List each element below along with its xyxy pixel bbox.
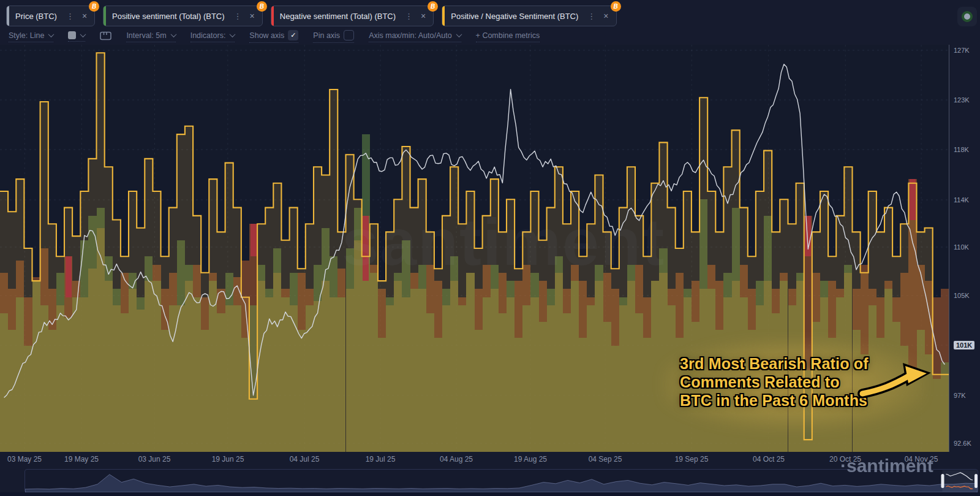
x-tick-label: 03 May 25 [7,455,42,464]
tab-accent-bar [271,6,274,26]
indicators-select[interactable]: Indicators: [190,31,235,42]
y-tick-label: 97K [954,392,966,399]
chart-toolbar: Style: Line Interval: 5m Indicators: Sho… [0,28,980,45]
tab-accent-bar [7,6,9,26]
tab-pos-neg-ratio[interactable]: Positive / Negative Sentiment (BTC)⋮×B [442,6,616,26]
x-tick-label: 04 Aug 25 [440,455,473,464]
tab-label: Positive / Negative Sentiment (BTC) [451,12,578,21]
color-swatch-select[interactable] [68,31,85,42]
y-tick-label: 105K [954,292,970,299]
x-tick-label: 04 Jul 25 [290,455,320,464]
price-y-axis: 127K123K118K114K110K105K101K97K92.6K [949,45,980,452]
x-tick-label: 19 Jun 25 [212,455,244,464]
tab-close-button[interactable]: × [420,11,427,21]
pin-axis-label: Pin axis [313,31,340,40]
axis-minmax-select[interactable]: Axis max/min: Auto/Auto [369,31,461,42]
x-tick-label: 04 Oct 25 [753,455,785,464]
tab-label: Price (BTC) [15,12,57,21]
status-indicator-button[interactable] [957,7,977,26]
tab-negative-sentiment[interactable]: Negative sentiment (Total) (BTC)⋮×B [271,6,434,26]
tab-menu-button[interactable]: ⋮ [586,12,597,21]
btc-badge-icon: B [89,1,99,12]
navigator-handle-right[interactable] [974,474,978,488]
current-price-badge: 101K [954,341,974,349]
pin-axis-toggle[interactable]: Pin axis [313,30,354,43]
tab-menu-button[interactable]: ⋮ [403,12,415,21]
navigator-handle-left[interactable] [941,474,944,488]
btc-badge-icon: B [428,1,438,12]
style-label: Style: Line [9,31,44,40]
tab-close-button[interactable]: × [249,11,256,21]
show-axis-checkbox[interactable]: ✓ [288,30,298,40]
pin-axis-checkbox[interactable] [344,30,354,40]
chevron-down-icon [456,31,462,37]
timeline-navigator[interactable] [24,469,978,493]
tab-close-button[interactable]: × [602,11,609,21]
y-tick-label: 123K [954,96,970,104]
x-tick-label: 19 Jul 25 [366,455,396,464]
x-tick-label: 19 Sep 25 [675,455,709,464]
x-tick-label: 03 Jun 25 [138,455,171,464]
combine-metrics-button[interactable]: + Combine metrics [476,31,540,42]
chevron-down-icon [48,31,55,37]
annotation-line: 3rd Most Bearish Ratio of [680,354,869,373]
color-swatch [68,31,76,39]
date-x-axis: 03 May 2519 May 2503 Jun 2519 Jun 2504 J… [0,452,949,467]
tab-accent-bar [104,6,106,26]
axis-minmax-label: Axis max/min: Auto/Auto [369,31,451,40]
y-tick-label: 118K [954,146,969,153]
annotation-arrow-icon [856,356,933,400]
interval-select[interactable]: Interval: 5m [126,31,175,42]
x-tick-label: 04 Sep 25 [589,455,622,464]
tab-label: Positive sentiment (Total) (BTC) [112,12,225,21]
show-axis-toggle[interactable]: Show axis ✓ [249,30,298,43]
tab-price[interactable]: Price (BTC)⋮×B [6,6,95,26]
annotation-line: BTC in the Past 6 Months [680,391,869,410]
annotation-line: Comments Related to [680,373,869,391]
interval-label: Interval: 5m [126,31,166,40]
y-tick-label: 92.6K [954,440,971,447]
x-tick-label: 04 Nov 25 [905,455,938,464]
style-select[interactable]: Style: Line [9,31,53,42]
tab-positive-sentiment[interactable]: Positive sentiment (Total) (BTC)⋮×B [103,6,263,26]
tab-menu-button[interactable]: ⋮ [64,12,76,21]
y-tick-label: 127K [954,47,970,54]
tab-label: Negative sentiment (Total) (BTC) [280,12,396,21]
chevron-down-icon [80,31,86,37]
btc-badge-icon: B [611,1,621,12]
y-tick-label: 110K [954,243,969,251]
tab-menu-button[interactable]: ⋮ [232,12,244,21]
chevron-down-icon [230,31,236,37]
bottom-strip [0,492,980,496]
tab-close-button[interactable]: × [81,11,88,21]
annotation-text: 3rd Most Bearish Ratio of Comments Relat… [680,354,869,410]
x-tick-label: 20 Oct 25 [829,455,861,464]
santiment-chart-app: Price (BTC)⋮×BPositive sentiment (Total)… [0,0,980,496]
axis-style-button[interactable] [100,31,111,42]
x-tick-label: 19 Aug 25 [514,455,547,464]
chevron-down-icon [170,31,176,37]
x-tick-label: 19 May 25 [64,455,99,464]
show-axis-label: Show axis [249,31,284,40]
metric-tab-bar: Price (BTC)⋮×BPositive sentiment (Total)… [0,0,980,28]
y-tick-label: 114K [954,196,969,204]
status-ring-icon [962,11,973,22]
tab-accent-bar [442,6,445,26]
combine-metrics-label: + Combine metrics [476,31,540,40]
btc-badge-icon: B [257,1,267,12]
ruler-icon [100,31,111,40]
indicators-label: Indicators: [190,31,226,40]
